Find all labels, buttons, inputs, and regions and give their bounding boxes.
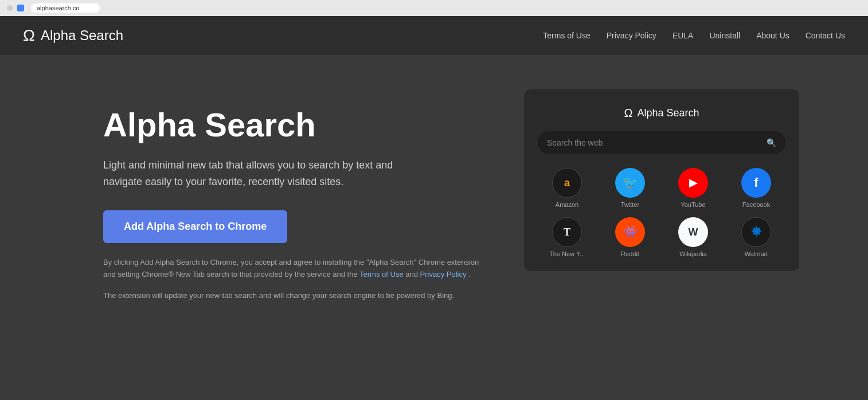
sites-grid: a Amazon 🐦 Twitter ▶ YouTube f Facebook … [538,168,785,257]
favicon [17,5,24,11]
site-label-reddit: Reddit [621,250,639,257]
site-icon-reddit: 👾 [615,217,645,247]
site-icon-facebook: f [741,168,771,198]
main-content: Alpha Search Light and minimal new tab t… [0,55,868,399]
site-item-amazon[interactable]: a Amazon [538,168,596,208]
browser-dot [7,5,13,11]
browser-url: alphasearch.co [31,3,100,13]
and-text: and [405,270,418,279]
site-item-wikipedia[interactable]: W Wikipedia [664,217,722,257]
site-icon-walmart: ✸ [741,217,771,247]
site-item-facebook[interactable]: f Facebook [727,168,785,208]
site-icon-twitter: 🐦 [615,168,645,198]
site-label-amazon: Amazon [556,201,578,208]
site-item-nyt[interactable]: T The New Y... [538,217,596,257]
site-label-walmart: Walmart [745,250,768,257]
logo-area: Ω Alpha Search [23,26,123,45]
site-icon-wikipedia: W [678,217,708,247]
preview-logo-icon: Ω [624,107,632,120]
site-label-facebook: Facebook [742,201,770,208]
site-label-wikipedia: Wikipedia [679,250,707,257]
privacy-policy-link[interactable]: Privacy Policy [420,270,467,279]
disclaimer-text: By clicking Add Alpha Search to Chrome, … [103,257,490,281]
nav-privacy-policy[interactable]: Privacy Policy [607,31,656,40]
preview-search-bar[interactable]: Search the web 🔍 [538,131,785,154]
site-logo-text: Alpha Search [41,28,123,44]
site-item-twitter[interactable]: 🐦 Twitter [601,168,659,208]
navbar: Ω Alpha Search Terms of Use Privacy Poli… [0,16,868,55]
disclaimer2-text: The extension will update your new-tab s… [103,290,490,302]
site-label-youtube: YouTube [681,201,705,208]
nav-contact-us[interactable]: Contact Us [806,31,845,40]
nav-eula[interactable]: EULA [672,31,694,40]
site-item-reddit[interactable]: 👾 Reddit [601,217,659,257]
terms-of-use-link[interactable]: Terms of Use [359,270,404,279]
nav-uninstall[interactable]: Uninstall [709,31,740,40]
preview-logo-area: Ω Alpha Search [538,107,785,120]
hero-description: Light and minimal new tab that allows yo… [103,157,424,190]
nav-links: Terms of Use Privacy Policy EULA Uninsta… [543,31,845,40]
preview-panel: Ω Alpha Search Search the web 🔍 a Amazon… [524,89,799,271]
add-to-chrome-button[interactable]: Add Alpha Search to Chrome [103,210,287,243]
site-item-walmart[interactable]: ✸ Walmart [727,217,785,257]
site-icon-youtube: ▶ [678,168,708,198]
browser-bar: alphasearch.co [0,0,868,16]
period: . [468,270,471,279]
nav-about-us[interactable]: About Us [756,31,789,40]
site-label-nyt: The New Y... [549,250,585,257]
logo-icon: Ω [23,26,35,45]
left-content: Alpha Search Light and minimal new tab t… [103,89,490,302]
nav-terms-of-use[interactable]: Terms of Use [543,31,590,40]
site-item-youtube[interactable]: ▶ YouTube [664,168,722,208]
site-label-twitter: Twitter [621,201,639,208]
hero-title: Alpha Search [103,107,490,143]
search-placeholder-text: Search the web [547,138,762,147]
search-icon: 🔍 [767,138,776,147]
preview-logo-text: Alpha Search [637,107,699,119]
site-icon-nyt: T [552,217,582,247]
site-icon-amazon: a [552,168,582,198]
